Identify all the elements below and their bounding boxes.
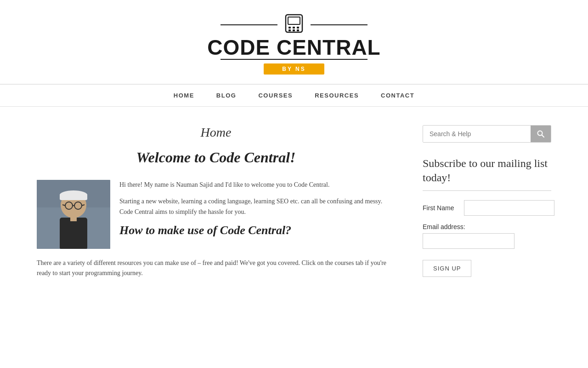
email-group: Email address: [423, 223, 551, 249]
email-input[interactable] [423, 233, 514, 249]
svg-rect-7 [297, 29, 299, 31]
logo-right-line [311, 24, 368, 25]
logo: CODE CENTRAL BY NS [207, 14, 380, 75]
nav-link-courses[interactable]: COURSES [247, 85, 304, 106]
search-button[interactable] [531, 126, 551, 142]
mailing-divider [423, 190, 551, 191]
mailing-section: Subscribe to our mailing list today! Fir… [423, 156, 551, 277]
svg-rect-12 [60, 194, 87, 200]
search-input[interactable] [423, 126, 531, 142]
logo-top-line [220, 14, 368, 36]
nav-item-blog[interactable]: BLOG [205, 85, 248, 106]
nav-link-home[interactable]: HOME [163, 85, 205, 106]
nav-item-home[interactable]: HOME [163, 85, 205, 106]
svg-rect-19 [70, 216, 77, 221]
intro-text: Hi there! My name is Nauman Sajid and I'… [119, 180, 395, 249]
logo-byline: BY NS [264, 63, 324, 75]
author-image [37, 180, 110, 249]
search-wrapper [423, 125, 551, 143]
svg-rect-5 [288, 29, 291, 31]
email-label: Email address: [423, 223, 551, 230]
nav-link-blog[interactable]: BLOG [205, 85, 248, 106]
svg-rect-6 [293, 29, 295, 31]
page-content: Home Welcome to Code Central! [18, 107, 570, 303]
section-heading: How to make use of Code Central? [119, 224, 395, 237]
nav-item-courses[interactable]: COURSES [247, 85, 304, 106]
welcome-heading: Welcome to Code Central! [37, 149, 395, 166]
logo-bottom-line [220, 59, 368, 60]
intro-paragraph-1: Hi there! My name is Nauman Sajid and I'… [119, 180, 395, 190]
main-nav: HOME BLOG COURSES RESOURCES CONTACT [0, 84, 588, 107]
main-content: Home Welcome to Code Central! [37, 125, 395, 284]
signup-button[interactable]: SIGN UP [423, 260, 471, 277]
nav-item-contact[interactable]: CONTACT [370, 85, 425, 106]
svg-line-21 [542, 135, 544, 138]
intro-paragraph-2: Starting a new website, learning a codin… [119, 196, 395, 217]
first-name-input[interactable] [464, 200, 554, 216]
svg-rect-1 [288, 17, 300, 24]
site-header: CODE CENTRAL BY NS [0, 0, 588, 84]
nav-link-resources[interactable]: RESOURCES [304, 85, 370, 106]
svg-rect-2 [288, 27, 291, 29]
sidebar: Subscribe to our mailing list today! Fir… [423, 125, 551, 284]
nav-item-resources[interactable]: RESOURCES [304, 85, 370, 106]
logo-text: CODE CENTRAL [207, 37, 380, 58]
page-title: Home [37, 125, 395, 140]
svg-rect-3 [293, 27, 295, 29]
nav-link-contact[interactable]: CONTACT [370, 85, 425, 106]
svg-rect-4 [297, 27, 299, 29]
svg-rect-18 [60, 218, 87, 249]
first-name-row: First Name [423, 200, 551, 216]
search-section [423, 125, 551, 143]
first-name-label: First Name [423, 204, 459, 212]
search-icon [537, 130, 544, 138]
logo-device-icon [282, 14, 306, 36]
nav-list: HOME BLOG COURSES RESOURCES CONTACT [163, 85, 425, 106]
logo-left-line [220, 24, 277, 25]
author-photo [37, 180, 110, 249]
intro-section: Hi there! My name is Nauman Sajid and I'… [37, 180, 395, 249]
mailing-title: Subscribe to our mailing list today! [423, 156, 551, 185]
body-text-1: There are a variety of different resourc… [37, 258, 395, 279]
